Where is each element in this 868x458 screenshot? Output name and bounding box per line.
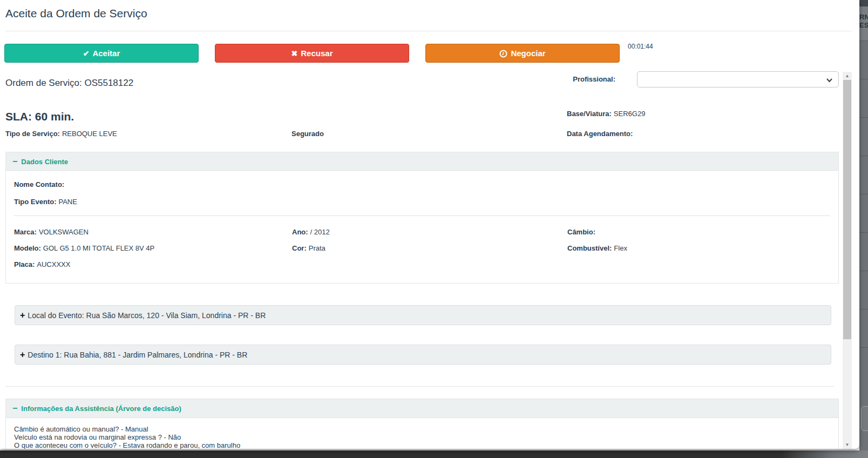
- backdrop-row-divider: [859, 156, 868, 156]
- backdrop-row-divider: [859, 271, 868, 271]
- client-data-panel: −Dados Cliente Nome Contato: Tipo Evento…: [5, 152, 839, 284]
- destination-text: Destino 1: Rua Bahia, 881 - Jardim Palma…: [28, 351, 247, 359]
- event-location-bar[interactable]: +Local do Evento: Rua São Marcos, 120 - …: [15, 305, 831, 325]
- decision-tree-line: Câmbio é automático ou manual? - Manual: [14, 425, 148, 433]
- sla-text: SLA: 60 min.: [5, 110, 74, 123]
- backdrop-row-divider: [859, 79, 868, 79]
- destination-bar[interactable]: +Destino 1: Rua Bahia, 881 - Jardim Palm…: [15, 345, 831, 365]
- check-icon: ✔: [83, 49, 90, 58]
- year-field: Ano:/ 2012: [292, 228, 330, 236]
- backdrop-row-divider: [859, 347, 868, 348]
- contact-name-field: Nome Contato:: [14, 180, 66, 188]
- decision-tree-line: Veículo está na rodovia ou marginal expr…: [14, 433, 181, 441]
- backdrop-row-divider: [859, 41, 868, 41]
- client-data-panel-header[interactable]: −Dados Cliente: [6, 152, 838, 171]
- professional-label: Profissional:: [559, 75, 615, 83]
- countdown-timer: 00:01:44: [628, 43, 653, 50]
- negotiate-button-label: Negociar: [511, 49, 545, 58]
- expand-plus-icon: +: [20, 350, 25, 359]
- page-title: Aceite da Ordem de Serviço: [5, 7, 147, 20]
- refuse-button[interactable]: ✖Recusar: [215, 44, 409, 63]
- expand-plus-icon: +: [20, 311, 25, 320]
- section-divider: [5, 386, 834, 387]
- scrollbar-up-arrow[interactable]: ▲: [843, 72, 852, 80]
- x-icon: ✖: [291, 49, 298, 58]
- collapse-minus-icon: −: [12, 403, 17, 413]
- color-field: Cor:Prata: [292, 244, 326, 252]
- professional-select[interactable]: [637, 71, 839, 87]
- chevron-down-icon: [826, 77, 832, 83]
- backdrop-row-divider: [859, 117, 868, 118]
- fuel-field: Combustível:Flex: [567, 244, 627, 252]
- client-panel-divider: [14, 215, 830, 216]
- insured-label: Segurado: [291, 130, 324, 138]
- schedule-date-field: Data Agendamento:: [567, 130, 635, 138]
- collapse-minus-icon: −: [12, 157, 17, 166]
- vertical-scrollbar[interactable]: ▲ ▼: [843, 72, 852, 449]
- service-type-field: Tipo de Serviço:REBOQUE LEVE: [5, 130, 117, 138]
- event-type-field: Tipo Evento:PANE: [14, 198, 77, 206]
- refuse-button-label: Recusar: [301, 49, 333, 58]
- assistance-panel-title: Informações da Assistência (Árvore de de…: [21, 405, 181, 413]
- plate-field: Placa:AUCXXXX: [14, 260, 70, 268]
- title-divider: [5, 31, 852, 31]
- order-number: Ordem de Serviço: OS5518122: [5, 78, 133, 89]
- decision-tree-line: O que aconteceu com o veículo? - Estava …: [14, 441, 240, 449]
- accept-button-label: Aceitar: [92, 49, 120, 58]
- base-vehicle-field: Base/Viatura:SER6G29: [567, 110, 645, 118]
- brand-field: Marca:VOLKSWAGEN: [14, 228, 89, 236]
- accept-button[interactable]: ✔Aceitar: [4, 44, 199, 63]
- model-field: Modelo:GOL G5 1.0 MI TOTAL FLEX 8V 4P: [14, 244, 154, 252]
- negotiate-button[interactable]: Negociar: [425, 44, 620, 63]
- assistance-panel-header[interactable]: −Informações da Assistência (Árvore de d…: [6, 399, 838, 418]
- backdrop-row-divider: [859, 232, 868, 233]
- backdrop-cropped-button: [861, 406, 868, 431]
- scrollbar-thumb[interactable]: [843, 80, 851, 339]
- client-data-panel-title: Dados Cliente: [21, 158, 68, 166]
- gearbox-field: Câmbio:: [567, 228, 598, 236]
- event-location-text: Local do Evento: Rua São Marcos, 120 - V…: [28, 311, 266, 320]
- service-order-accept-modal: Aceite da Ordem de Serviço ✔Aceitar ✖Rec…: [0, 0, 859, 449]
- window-bottom-bar: [0, 450, 868, 458]
- backdrop-page-strip: RNES.: [859, 0, 868, 458]
- assistance-info-panel: −Informações da Assistência (Árvore de d…: [5, 399, 839, 449]
- clock-icon: [499, 50, 507, 58]
- scrollbar-down-arrow[interactable]: ▼: [843, 441, 852, 449]
- backdrop-row-divider: [859, 309, 868, 309]
- backdrop-cropped-text: RNES.: [859, 13, 868, 29]
- backdrop-topbar: [859, 0, 868, 6]
- backdrop-row-divider: [859, 194, 868, 194]
